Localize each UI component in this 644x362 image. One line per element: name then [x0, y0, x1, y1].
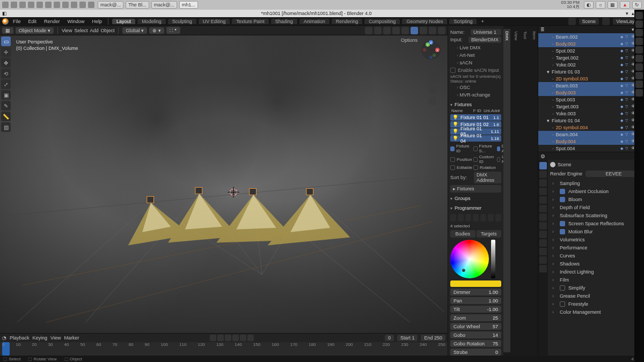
tool-cursor[interactable]: ✛	[1, 47, 11, 57]
props-panel-row[interactable]: ›Grease Pencil	[550, 292, 642, 300]
tree-twisty-icon[interactable]: ·	[552, 48, 554, 54]
editor-type-icon[interactable]: ▦	[2, 27, 13, 34]
dock-icon[interactable]	[635, 29, 643, 36]
props-panel-row[interactable]: ›Ambient Occlusion	[550, 187, 642, 195]
dock-icon[interactable]	[635, 63, 643, 71]
tab-shading[interactable]: Shading	[271, 19, 297, 24]
tree-twisty-icon[interactable]: ·	[552, 97, 554, 102]
ql-icon[interactable]	[88, 2, 94, 8]
prog-slider[interactable]: Dimmer1.00	[450, 289, 501, 295]
props-panel-row[interactable]: ›Freestyle	[550, 300, 642, 308]
props-panel-row[interactable]: ›Film	[550, 276, 642, 284]
outliner-row[interactable]: ·Target.002◆ ▽👁🖵	[538, 54, 644, 61]
play-icon[interactable]	[232, 335, 239, 341]
outliner-row[interactable]: ·Beam.003◆ ▽👁🖵	[538, 82, 644, 89]
taskbar-window[interactable]: mh1...	[179, 1, 198, 9]
ptab-viewlayer[interactable]	[539, 179, 547, 187]
ntab-item[interactable]: Item	[531, 29, 538, 352]
ntab-tool[interactable]: Tool	[522, 29, 529, 352]
shading-solid[interactable]	[411, 27, 418, 34]
gizmo-toggle[interactable]	[374, 27, 382, 34]
prog-slider[interactable]: Gobo14	[450, 331, 501, 338]
prog-icon[interactable]	[450, 214, 456, 221]
fixture-option[interactable]: Unit Nu...	[497, 154, 503, 164]
overlay-popover[interactable]	[383, 27, 391, 34]
prog-icon[interactable]	[473, 214, 479, 221]
outliner-row[interactable]: ▾Fixture 01 03◆ ▽👁🖵	[538, 68, 644, 75]
tree-twisty-icon[interactable]: ·	[552, 41, 554, 47]
props-panel-row[interactable]: ›Color Management	[550, 308, 642, 316]
tl-view[interactable]: View	[50, 335, 61, 341]
ptab-particles[interactable]	[539, 222, 547, 230]
tool-select-box[interactable]: ▭	[1, 36, 11, 46]
ql-icon[interactable]	[62, 2, 69, 8]
prog-slider[interactable]: Tilt-1.00	[450, 306, 501, 313]
ptab-scene[interactable]	[539, 188, 547, 195]
jump-prev-key-icon[interactable]	[217, 335, 224, 341]
tree-twisty-icon[interactable]: ·	[552, 62, 554, 68]
fixture-option[interactable]: Custom ID	[473, 154, 496, 164]
prog-icon[interactable]	[495, 214, 501, 221]
fixture-option[interactable]: Position	[450, 154, 472, 164]
props-panel-row[interactable]: ›Subsurface Scattering	[550, 211, 642, 219]
enable-sacn-checkbox[interactable]	[450, 68, 456, 73]
orientation[interactable]: Global ▾	[122, 27, 147, 34]
tab-texpaint[interactable]: Texture Paint	[232, 19, 269, 24]
fixture-row[interactable]: 💡Fixture 01 011.1	[450, 114, 501, 121]
outliner-row[interactable]: ·Spot.004◆ ▽👁🖵	[538, 145, 644, 152]
tl-keying[interactable]: Keying	[33, 335, 48, 341]
prog-slider[interactable]: Color Wheel57	[450, 323, 501, 330]
prog-icon[interactable]	[458, 214, 464, 221]
jump-start-icon[interactable]	[210, 335, 216, 341]
props-panel-row[interactable]: ›Curves	[550, 252, 642, 260]
ptab-physics[interactable]	[539, 231, 547, 238]
3d-viewport[interactable]: ▭ ✛ ✥ ⟲ ⤢ ▣ ✎ 📏 ▧ User Perspective (0) C…	[0, 35, 448, 333]
tray-icon[interactable]: ☼	[596, 1, 605, 9]
taskbar-window[interactable]: mack@...	[151, 1, 177, 9]
outliner-row[interactable]: ·Yoke.003◆ ▽👁🖵	[538, 110, 644, 117]
vp-menu-view[interactable]: View	[62, 28, 72, 33]
ql-icon[interactable]	[2, 2, 9, 8]
fixture-row[interactable]: 💡Fixture 01 041.16	[450, 135, 501, 142]
tool-scale[interactable]: ⤢	[1, 79, 11, 89]
nav-camera-icon[interactable]	[428, 86, 437, 94]
nav-persp-icon[interactable]	[428, 97, 437, 105]
ptab-object[interactable]	[539, 205, 547, 212]
ql-icon[interactable]	[45, 2, 52, 8]
tool-addcube[interactable]: ▧	[1, 122, 11, 132]
tab-layout[interactable]: Layout	[112, 19, 135, 24]
props-panel-row[interactable]: ›Depth of Field	[550, 203, 642, 211]
menu-help[interactable]: Help	[89, 19, 106, 24]
window-iconify[interactable]: ▾	[626, 11, 628, 16]
tool-transform[interactable]: ▣	[1, 90, 11, 100]
shading-popover[interactable]	[438, 27, 445, 34]
dock-icon[interactable]	[635, 80, 643, 88]
ptab-modifiers[interactable]	[539, 213, 547, 221]
color-swatch[interactable]	[450, 280, 501, 287]
outliner-editor-icon[interactable]: ≣	[540, 27, 545, 32]
tray-icon[interactable]: ↻	[632, 1, 642, 9]
tool-rotate[interactable]: ⟲	[1, 69, 11, 78]
props-editor-icon[interactable]: ⚙	[540, 153, 545, 159]
dock-icon[interactable]	[635, 55, 643, 62]
props-panel-row[interactable]: ›Volumetrics	[550, 235, 642, 243]
tab-rendering[interactable]: Rendering	[332, 19, 363, 24]
option-checkbox[interactable]	[497, 157, 500, 162]
ql-icon[interactable]	[71, 2, 77, 8]
outliner-row[interactable]: ·Spot.003◆ ▽👁🖵	[538, 96, 644, 103]
tree-twisty-icon[interactable]: ▾	[547, 69, 550, 75]
link-artnet[interactable]: Art-Net	[450, 51, 501, 59]
options-popover[interactable]: Options	[401, 38, 418, 43]
tree-twisty-icon[interactable]: ·	[552, 90, 554, 95]
tree-twisty-icon[interactable]: ▾	[547, 118, 550, 123]
tree-twisty-icon[interactable]: ·	[552, 111, 554, 116]
shading-wire[interactable]	[401, 27, 409, 34]
prog-icon[interactable]	[488, 214, 494, 221]
link-mvr[interactable]: MVR-xchange	[450, 91, 501, 99]
nav-move-icon[interactable]	[428, 75, 437, 84]
nav-gizmo[interactable]: X Y Z	[420, 39, 442, 61]
bodies-button[interactable]: Bodies	[450, 230, 475, 238]
tab-animation[interactable]: Animation	[299, 19, 330, 24]
tray-icon[interactable]: ▲	[620, 1, 630, 9]
color-wheel[interactable]	[450, 240, 489, 278]
